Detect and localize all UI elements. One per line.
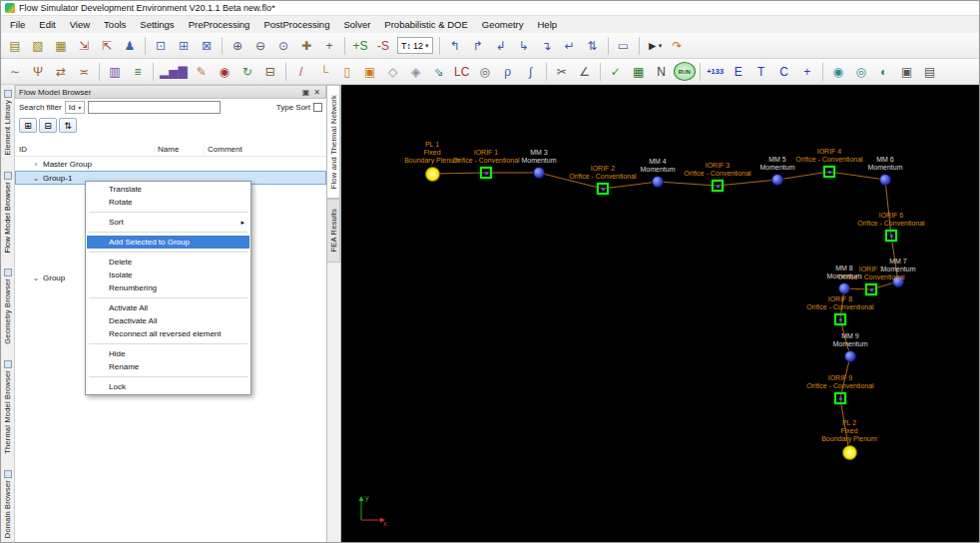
pan-icon[interactable]: ✚ [295,35,317,56]
expander-icon[interactable]: ⌄ [31,273,41,282]
camera-icon[interactable]: ▣ [896,61,918,82]
create-orifice-icon[interactable]: ▯ [336,61,358,82]
element-ids-icon[interactable]: E [728,61,749,82]
network-node-pl1[interactable] [425,167,440,182]
archive-icon[interactable]: ⊟ [259,61,281,82]
network-node-iorif9[interactable] [834,392,846,404]
branch-link-icon[interactable]: Ψ [27,61,49,82]
snapshot-icon[interactable]: ◉ [214,61,236,82]
zoom-in-icon[interactable]: ⊕ [227,35,248,56]
font-size-combo[interactable]: T↕12▾ [397,37,433,54]
temperature-ids-icon[interactable]: T [750,61,772,82]
menu-edit[interactable]: Edit [32,17,62,32]
network-node-iorif2[interactable] [597,183,609,195]
network-node-iorif1[interactable] [480,167,492,179]
menu-postprocessing[interactable]: PostProcessing [256,17,336,32]
run-solver-button[interactable]: RUN [674,62,696,81]
network-node-iorif4[interactable] [823,166,835,178]
context-menu-item-hide[interactable]: Hide [87,347,249,360]
menu-view[interactable]: View [63,17,97,32]
model-tree-icon[interactable]: ≡ [127,61,149,82]
plot-results-icon[interactable]: ▂▅▇ [158,61,190,82]
nist-properties-icon[interactable]: N [651,61,673,82]
context-menu-item-add-selected-to-group[interactable]: Add Selected to Group [87,236,249,249]
create-link-icon[interactable]: ∼ [4,61,26,82]
tree-row-master-group[interactable]: ›Master Group [15,157,326,171]
context-menu-item-isolate[interactable]: Isolate [87,269,249,281]
open-model-icon[interactable]: ▧ [27,35,49,56]
expander-icon[interactable]: ⌄ [31,174,41,183]
network-node-iorif3[interactable] [712,180,724,192]
orient-down-left-icon[interactable]: ↲ [490,35,512,56]
canvas-tab-flow-and-thermal-network[interactable]: Flow and Thermal Network [327,85,340,199]
close-icon[interactable]: ✕ [311,88,322,97]
menu-solver[interactable]: Solver [336,17,377,32]
create-cavity-icon[interactable]: ◇ [382,61,404,82]
context-menu-item-deactivate-all[interactable]: Deactivate All [87,314,249,327]
canvas-tab-fea-results[interactable]: FEA Results [327,199,340,262]
create-bend-icon[interactable]: └ [313,61,335,82]
hide-all-icon[interactable]: ◎ [850,61,872,82]
increment-ids-icon[interactable]: + [796,61,818,82]
solver-setup-icon[interactable]: ▦ [628,61,650,82]
measure-icon[interactable]: ∠ [574,61,596,82]
menu-preprocessing[interactable]: PreProcessing [182,17,257,32]
sidebar-tab-flow-model-browser[interactable]: Flow Model Browser [3,172,12,254]
context-menu-item-lock[interactable]: Lock [87,380,249,393]
toggle-visibility-icon[interactable]: ◐ [873,61,895,82]
search-filter-input[interactable] [88,101,221,114]
select-box-icon[interactable]: ⊞ [173,35,195,56]
import-cad-icon[interactable]: ⇘ [428,61,450,82]
orient-up-left-icon[interactable]: ↰ [444,35,466,56]
type-sort-checkbox[interactable] [313,103,322,112]
new-model-icon[interactable]: ▤ [4,35,26,56]
orient-down-right-icon[interactable]: ↳ [513,35,535,56]
chamber-ids-icon[interactable]: C [773,61,795,82]
probe-icon[interactable]: ◎ [474,61,496,82]
expander-icon[interactable]: › [31,160,41,169]
orient-enter-icon[interactable]: ↵ [559,35,581,56]
add-node-icon[interactable]: +S [349,35,371,56]
network-node-mm8[interactable] [838,282,850,294]
menu-settings[interactable]: Settings [133,17,181,32]
orient-up-right-icon[interactable]: ↱ [467,35,489,56]
print-icon[interactable]: ▤ [919,61,941,82]
loss-coefficient-icon[interactable]: LC [451,61,473,82]
refresh-model-icon[interactable]: ↻ [237,61,258,82]
create-cube-icon[interactable]: ◈ [405,61,427,82]
sidebar-tab-element-library[interactable]: Element Library [3,90,12,156]
select-lasso-icon[interactable]: ⊠ [196,35,218,56]
integral-icon[interactable]: ∫ [520,61,542,82]
context-menu-item-renumbering[interactable]: Renumbering [87,281,249,294]
network-node-iorif7[interactable] [865,283,877,295]
sidebar-tab-domain-browser[interactable]: Domain Browser [3,470,12,538]
context-menu-item-translate[interactable]: Translate [87,183,249,196]
menu-help[interactable]: Help [531,17,565,32]
select-single-icon[interactable]: ⊡ [150,35,172,56]
expand-tree-button[interactable]: ⊞ [19,118,37,133]
context-menu-item-delete[interactable]: Delete [87,256,249,269]
network-node-mm5[interactable] [771,174,783,186]
context-menu-item-reconnect-all-reversed-element[interactable]: Reconnect all reversed element [87,327,249,340]
network-node-mm4[interactable] [652,176,664,188]
network-node-mm6[interactable] [879,174,891,186]
filter-field-select[interactable]: Id ▾ [65,101,86,114]
network-canvas[interactable]: x y PL 1FixedBoundary PlenumIORIF 1Orifi… [341,85,979,542]
validate-model-icon[interactable]: ✓ [605,61,627,82]
network-node-iorif6[interactable] [885,230,897,242]
density-icon[interactable]: ρ [497,61,519,82]
zoom-fit-icon[interactable]: ⊙ [272,35,294,56]
network-node-mm9[interactable] [844,350,856,362]
chart-browser-icon[interactable]: ▥ [104,61,126,82]
context-menu-item-activate-all[interactable]: Activate All [87,301,249,314]
save-model-icon[interactable]: ▦ [50,35,72,56]
sidebar-tab-geometry-browser[interactable]: Geometry Browser [3,269,12,344]
network-node-mm3[interactable] [533,167,545,179]
sidebar-tab-thermal-model-browser[interactable]: Thermal Model Browser [3,360,12,454]
reverse-flow-icon[interactable]: ⇄ [50,61,72,82]
collapse-tree-button[interactable]: ⊟ [39,118,57,133]
menu-file[interactable]: File [3,17,32,32]
redo-icon[interactable]: ↷ [667,35,689,56]
context-menu-item-rotate[interactable]: Rotate [87,196,249,209]
edit-notes-icon[interactable]: ✎ [191,61,213,82]
